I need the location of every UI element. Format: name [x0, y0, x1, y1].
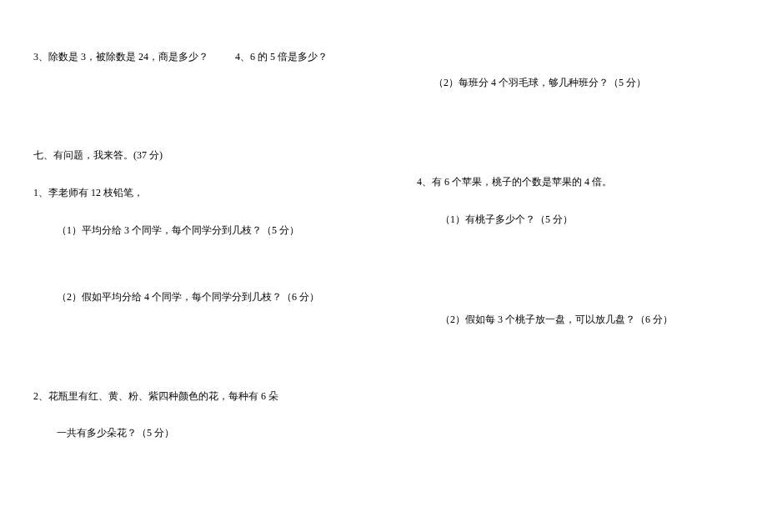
question-3: 3、除数是 3，被除数是 24，商是多少？ [33, 50, 208, 64]
question-7-3-2: （2）每班分 4 个羽毛球，够几种班分？（5 分） [434, 75, 734, 91]
left-column: 3、除数是 3，被除数是 24，商是多少？ 4、6 的 5 倍是多少？ 七、有问… [33, 50, 367, 532]
page-container: 3、除数是 3，被除数是 24，商是多少？ 4、6 的 5 倍是多少？ 七、有问… [33, 50, 734, 532]
question-row-3-4: 3、除数是 3，被除数是 24，商是多少？ 4、6 的 5 倍是多少？ [33, 50, 367, 64]
question-7-4-1: （1）有桃子多少个？（5 分） [417, 212, 734, 228]
section-7-heading: 七、有问题，我来答。(37 分) [33, 148, 367, 163]
question-7-1: 1、李老师有 12 枝铅笔， [33, 185, 367, 201]
question-7-1-1: （1）平均分给 3 个同学，每个同学分到几枝？（5 分） [33, 223, 367, 238]
question-7-1-2: （2）假如平均分给 4 个同学，每个同学分到几枝？（6 分） [33, 289, 367, 305]
right-column: （2）每班分 4 个羽毛球，够几种班分？（5 分） 4、有 6 个苹果，桃子的个… [417, 50, 734, 532]
question-7-2-cont: 一共有多少朵花？（5 分） [33, 426, 367, 440]
question-4: 4、6 的 5 倍是多少？ [235, 50, 328, 64]
question-7-2: 2、花瓶里有红、黄、粉、紫四种颜色的花，每种有 6 朵 [33, 389, 367, 404]
question-7-4-2: （2）假如每 3 个桃子放一盘，可以放几盘？（6 分） [417, 312, 734, 328]
question-7-4: 4、有 6 个苹果，桃子的个数是苹果的 4 倍。 [417, 174, 734, 190]
